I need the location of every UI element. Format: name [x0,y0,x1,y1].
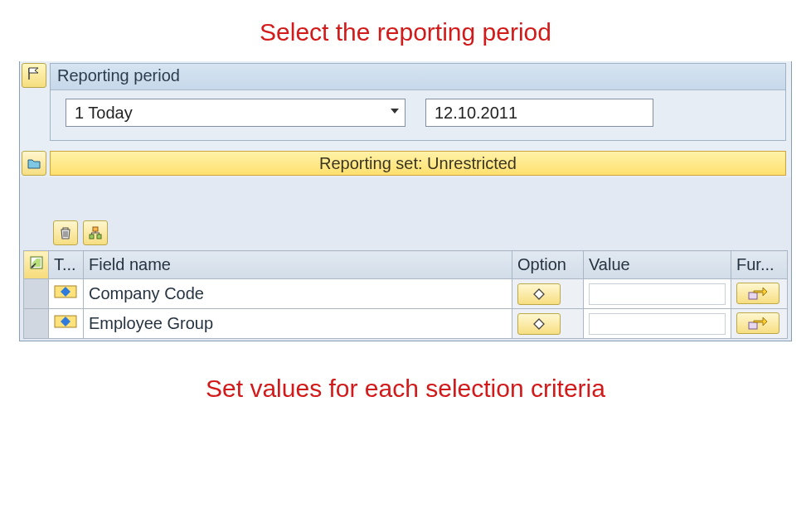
table-row: Company Code [24,279,788,309]
option-cell [512,279,584,309]
svg-rect-1 [90,235,94,239]
dropdown-value-label: 1 Today [66,100,385,126]
reporting-period-date-input[interactable] [425,99,653,127]
svg-rect-0 [93,227,98,231]
further-selection-button[interactable] [736,312,779,334]
org-structure-button[interactable] [83,220,108,245]
criteria-table-header-row: T... Field name Option Value Fur... [24,251,788,279]
reporting-period-body: 1 Today [51,90,785,140]
table-row: Employee Group [24,309,788,339]
field-type-icon [54,313,77,330]
further-cell [731,279,788,309]
col-header-field-name[interactable]: Field name [84,251,512,279]
collapse-period-button[interactable] [22,63,46,88]
criteria-table-area: T... Field name Option Value Fur... [20,215,791,341]
multiple-selection-icon [748,286,768,301]
value-input[interactable] [589,313,726,335]
col-header-type[interactable]: T... [49,251,84,279]
col-header-further[interactable]: Fur... [731,251,788,279]
org-chart-icon [88,225,103,240]
sap-panel: Reporting period 1 Today Reporting set: … [19,61,792,341]
folder-icon [27,156,41,171]
reporting-set-bar[interactable]: Reporting set: Unrestricted [50,151,786,176]
value-input[interactable] [589,283,726,305]
multiple-selection-icon [748,316,768,331]
select-all-icon [29,255,44,270]
delete-row-button[interactable] [53,220,78,245]
field-type-icon [54,283,77,300]
svg-rect-7 [749,322,757,329]
reporting-period-dropdown[interactable]: 1 Today [66,99,406,127]
svg-rect-2 [97,235,101,239]
diamond-icon [533,318,545,330]
spacer [20,177,791,215]
criteria-toolbar [23,215,788,250]
reporting-set-label: Reporting set: Unrestricted [319,154,517,173]
annotation-bottom: Set values for each selection criteria [0,375,811,403]
field-name-cell: Employee Group [84,309,512,339]
option-button[interactable] [517,283,561,305]
col-header-value[interactable]: Value [584,251,731,279]
value-cell [584,279,731,309]
criteria-table: T... Field name Option Value Fur... [23,250,788,339]
value-cell [584,309,731,339]
svg-rect-5 [749,293,757,299]
diamond-icon [533,288,545,300]
reporting-period-title: Reporting period [51,64,785,90]
annotation-top: Select the reporting period [0,18,811,46]
col-header-option[interactable]: Option [512,251,584,279]
select-all-button[interactable] [24,251,49,279]
flag-icon [27,66,41,81]
option-cell [512,309,584,339]
chevron-down-icon [385,105,405,120]
reporting-set-row: Reporting set: Unrestricted [20,149,791,177]
trash-icon [58,225,73,240]
reporting-set-button[interactable] [22,151,46,176]
further-selection-button[interactable] [736,283,779,304]
option-button[interactable] [517,313,561,335]
field-name-cell: Company Code [84,279,512,309]
row-type-cell[interactable] [49,309,84,339]
further-cell [731,309,788,339]
row-selector[interactable] [24,309,49,339]
reporting-period-groupbox: Reporting period 1 Today [50,63,786,141]
reporting-period-row: Reporting period 1 Today [20,61,791,149]
row-type-cell[interactable] [49,279,84,309]
row-selector[interactable] [24,279,49,309]
